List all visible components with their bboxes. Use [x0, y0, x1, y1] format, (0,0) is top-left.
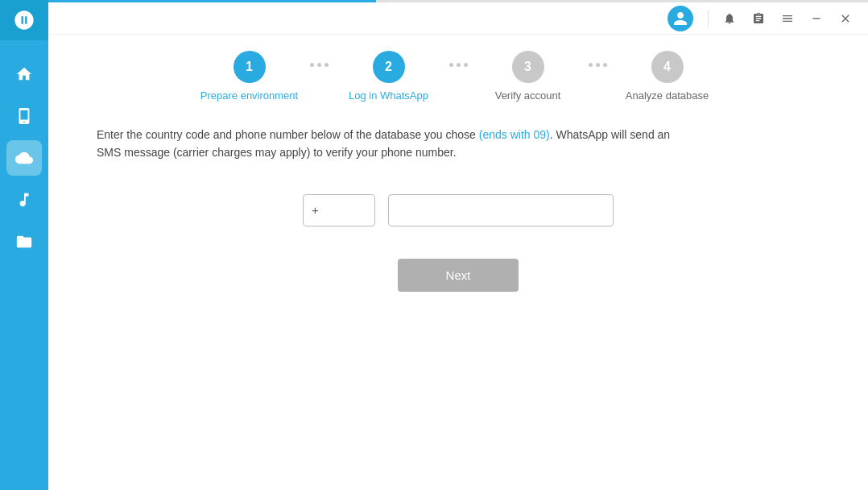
dot: [596, 63, 600, 67]
logo-icon: [13, 9, 35, 31]
minimize-button[interactable]: [804, 6, 829, 31]
step-3: 3 Verify account: [476, 51, 581, 102]
sidebar-item-folder[interactable]: [6, 224, 42, 260]
close-button[interactable]: [833, 6, 858, 31]
dot: [464, 63, 468, 67]
sidebar-item-music[interactable]: [6, 182, 42, 218]
user-avatar[interactable]: [668, 6, 693, 31]
minimize-icon: [810, 12, 823, 25]
phone-form-row: +: [97, 194, 820, 226]
bell-icon: [723, 12, 736, 25]
step-1-label: Prepare environment: [200, 89, 298, 102]
app-logo: [0, 0, 48, 40]
dot: [589, 63, 593, 67]
step-1-number: 1: [246, 60, 253, 74]
step-4-number: 4: [663, 60, 671, 74]
music-icon: [15, 191, 33, 209]
step-4-label: Analyze database: [626, 89, 709, 102]
step-2: 2 Log in WhatsApp: [337, 51, 441, 102]
step-dots-1-2: [302, 63, 337, 67]
description-before: Enter the country code and phone number …: [97, 128, 479, 141]
step-4-circle: 4: [651, 51, 684, 83]
bell-button[interactable]: [717, 6, 742, 31]
user-icon: [672, 10, 688, 27]
sidebar-nav: [6, 40, 42, 490]
clipboard-icon: [752, 12, 765, 25]
step-4: 4 Analyze database: [615, 51, 720, 102]
sidebar: [0, 0, 48, 490]
folder-icon: [15, 233, 33, 251]
step-3-label: Verify account: [495, 89, 561, 102]
sidebar-item-home[interactable]: [6, 56, 42, 92]
step-dots-3-4: [581, 63, 615, 67]
dot: [317, 63, 321, 67]
next-button[interactable]: Next: [398, 259, 519, 292]
dot: [603, 63, 607, 67]
menu-icon: [781, 12, 794, 25]
home-icon: [15, 65, 33, 83]
sidebar-item-cloud[interactable]: [6, 140, 42, 176]
description-highlight: (ends with 09): [479, 128, 550, 141]
country-code-input[interactable]: [322, 204, 362, 217]
dot: [457, 63, 461, 67]
titlebar-separator: [708, 10, 709, 27]
menu-button[interactable]: [775, 6, 800, 31]
close-icon: [839, 12, 852, 25]
content-area: Enter the country code and phone number …: [48, 110, 868, 490]
cloud-icon: [15, 149, 33, 167]
dot: [324, 63, 329, 67]
dot: [449, 63, 453, 67]
step-dots-2-3: [441, 63, 476, 67]
step-3-number: 3: [524, 60, 531, 74]
step-2-label: Log in WhatsApp: [349, 89, 428, 102]
device-icon: [15, 107, 33, 125]
step-2-circle: 2: [373, 51, 405, 83]
dot: [310, 63, 314, 67]
step-2-number: 2: [385, 60, 392, 74]
top-progress-bar: [48, 0, 868, 2]
description-text: Enter the country code and phone number …: [97, 126, 676, 162]
step-3-circle: 3: [512, 51, 544, 83]
step-1: 1 Prepare environment: [197, 51, 302, 102]
clipboard-button[interactable]: [746, 6, 771, 31]
country-code-plus: +: [312, 203, 319, 217]
phone-number-input[interactable]: [388, 194, 614, 226]
titlebar: [48, 2, 868, 35]
sidebar-item-device[interactable]: [6, 98, 42, 134]
steps-container: 1 Prepare environment 2 Log in WhatsApp …: [48, 35, 868, 110]
main-content: 1 Prepare environment 2 Log in WhatsApp …: [48, 0, 868, 490]
top-progress-fill: [48, 0, 376, 2]
step-1-circle: 1: [234, 51, 266, 83]
country-code-wrapper[interactable]: +: [303, 194, 375, 226]
